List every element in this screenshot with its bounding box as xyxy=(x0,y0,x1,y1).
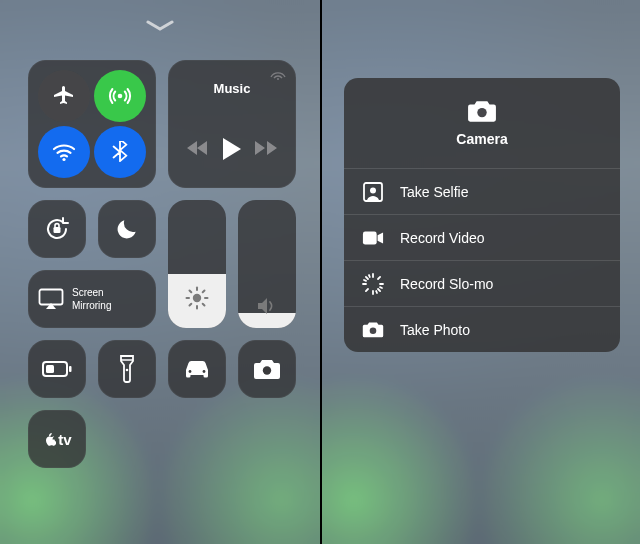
svg-point-24 xyxy=(370,187,376,193)
wifi-icon xyxy=(51,139,77,165)
apple-tv-label: tv xyxy=(58,433,71,446)
action-record-video[interactable]: Record Video xyxy=(344,214,620,260)
moon-icon xyxy=(114,216,140,242)
svg-point-4 xyxy=(193,294,201,302)
music-play-button[interactable] xyxy=(217,134,247,164)
svg-rect-15 xyxy=(69,366,72,372)
music-tile[interactable]: Music xyxy=(168,60,296,188)
airplane-mode-toggle[interactable] xyxy=(38,70,90,122)
screen-mirroring-button[interactable]: Screen Mirroring xyxy=(28,270,156,328)
music-label: Music xyxy=(168,82,296,95)
camera-quick-actions-menu: Camera Take Selfie Record Video Record S… xyxy=(344,78,620,352)
bluetooth-toggle[interactable] xyxy=(94,126,146,178)
menu-title: Camera xyxy=(456,131,507,147)
battery-icon xyxy=(42,361,72,377)
svg-rect-25 xyxy=(363,231,377,244)
airplay-video-icon xyxy=(38,288,64,310)
svg-point-21 xyxy=(263,366,271,374)
svg-point-2 xyxy=(277,78,279,80)
svg-point-20 xyxy=(203,370,206,373)
bluetooth-icon xyxy=(109,141,131,163)
camera-button[interactable] xyxy=(238,340,296,398)
svg-line-12 xyxy=(203,291,205,293)
flashlight-icon xyxy=(120,355,134,383)
svg-point-19 xyxy=(189,370,192,373)
action-record-slomo[interactable]: Record Slo-mo xyxy=(344,260,620,306)
music-prev-button[interactable] xyxy=(186,136,210,160)
orientation-lock-icon xyxy=(42,214,72,244)
action-label: Take Selfie xyxy=(400,184,468,200)
svg-line-37 xyxy=(380,287,382,288)
svg-line-11 xyxy=(190,304,192,306)
car-icon xyxy=(182,359,212,379)
connectivity-tile[interactable] xyxy=(28,60,156,188)
volume-icon xyxy=(256,296,278,320)
next-track-icon xyxy=(255,140,277,156)
low-power-mode-button[interactable] xyxy=(28,340,86,398)
svg-line-30 xyxy=(366,276,368,278)
svg-line-36 xyxy=(364,280,366,281)
action-take-selfie[interactable]: Take Selfie xyxy=(344,168,620,214)
chevron-down-icon xyxy=(146,20,174,32)
svg-line-31 xyxy=(378,289,380,291)
do-not-disturb-button[interactable] xyxy=(98,200,156,258)
svg-point-1 xyxy=(62,158,65,161)
svg-line-34 xyxy=(369,275,370,277)
cellular-icon xyxy=(107,83,133,109)
svg-point-38 xyxy=(370,327,377,334)
svg-line-10 xyxy=(203,304,205,306)
orientation-lock-button[interactable] xyxy=(28,200,86,258)
svg-point-0 xyxy=(118,94,123,99)
driving-mode-button[interactable] xyxy=(168,340,226,398)
slomo-icon xyxy=(362,273,384,295)
action-take-photo[interactable]: Take Photo xyxy=(344,306,620,352)
brightness-slider[interactable] xyxy=(168,200,226,328)
camera-quick-actions-screen: Camera Take Selfie Record Video Record S… xyxy=(320,0,640,544)
wifi-toggle[interactable] xyxy=(38,126,90,178)
camera-icon xyxy=(362,320,384,339)
camera-icon xyxy=(467,99,497,123)
svg-rect-3 xyxy=(54,227,61,233)
svg-point-22 xyxy=(477,108,486,117)
action-label: Record Video xyxy=(400,230,485,246)
svg-rect-16 xyxy=(46,365,54,373)
svg-line-32 xyxy=(366,289,368,291)
airplay-audio-icon xyxy=(270,68,286,80)
video-icon xyxy=(362,230,384,246)
svg-rect-13 xyxy=(40,290,63,305)
cellular-data-toggle[interactable] xyxy=(94,70,146,122)
music-next-button[interactable] xyxy=(254,136,278,160)
grabber-handle[interactable] xyxy=(146,18,174,36)
flashlight-button[interactable] xyxy=(98,340,156,398)
menu-header: Camera xyxy=(344,78,620,168)
brightness-icon xyxy=(185,286,209,314)
volume-slider[interactable] xyxy=(238,200,296,328)
play-icon xyxy=(221,137,243,161)
airplane-icon xyxy=(52,84,76,108)
selfie-icon xyxy=(362,181,384,203)
svg-line-9 xyxy=(190,291,192,293)
svg-point-17 xyxy=(126,369,129,372)
screen-mirroring-label: Screen Mirroring xyxy=(72,286,111,312)
apple-logo-icon xyxy=(42,431,56,447)
action-label: Record Slo-mo xyxy=(400,276,493,292)
svg-line-35 xyxy=(376,291,377,293)
prev-track-icon xyxy=(187,140,209,156)
svg-line-33 xyxy=(378,276,380,278)
action-label: Take Photo xyxy=(400,322,470,338)
control-center-screen: Music xyxy=(0,0,320,544)
camera-icon xyxy=(253,358,281,380)
apple-tv-button[interactable]: tv xyxy=(28,410,86,468)
